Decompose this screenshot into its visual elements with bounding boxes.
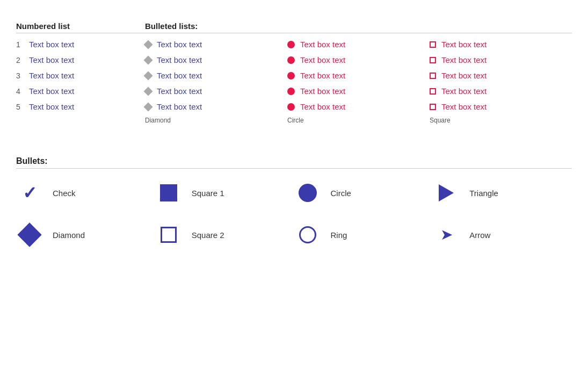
top-section: Numbered list 1Text box text 2Text box t…: [16, 21, 572, 124]
square-bullet-icon: [430, 73, 436, 79]
circle-label: Circle: [287, 117, 430, 124]
diamond-icon-wrapper: [16, 221, 43, 248]
list-item: Text box text: [145, 99, 287, 114]
bullet-item-square1: Square 1: [155, 179, 294, 206]
list-item-text: Text box text: [29, 87, 74, 96]
list-number: 2: [16, 56, 24, 64]
square-bullet-icon: [430, 88, 436, 95]
list-item: Text box text: [145, 37, 287, 52]
bulleted-lists-column: Bulleted lists: Text box text Text box t…: [145, 21, 572, 124]
numbered-list-column: Numbered list 1Text box text 2Text box t…: [16, 21, 145, 124]
square1-icon-wrapper: [155, 179, 182, 206]
list-item: 2Text box text: [16, 52, 145, 68]
circle-bullet-icon: [287, 56, 295, 64]
list-item: 3Text box text: [16, 68, 145, 83]
list-item-text: Text box text: [300, 102, 345, 111]
arrow-label: Arrow: [469, 230, 490, 240]
bottom-section: Bullets: ✓ Check Diamond: [16, 156, 572, 248]
diamond-label: Diamond: [145, 117, 287, 124]
bullet-groups: Text box text Text box text Text box tex…: [145, 37, 572, 124]
bullet-item-diamond: Diamond: [16, 221, 155, 248]
ring-icon: [299, 226, 316, 243]
list-number: 5: [16, 103, 24, 111]
list-item: Text box text: [430, 99, 572, 114]
showcase-col-4: Triangle ➤ Arrow: [433, 179, 572, 248]
circle-list: Text box text Text box text Text box tex…: [287, 37, 430, 114]
list-item-text: Text box text: [157, 87, 202, 96]
list-number: 4: [16, 87, 24, 96]
diamond-list: Text box text Text box text Text box tex…: [145, 37, 287, 114]
list-item-text: Text box text: [157, 55, 202, 64]
ring-icon-wrapper: [294, 221, 321, 248]
showcase-col-3: Circle Ring: [294, 179, 433, 248]
list-number: 3: [16, 71, 24, 80]
list-item-text: Text box text: [441, 102, 487, 111]
list-item: Text box text: [430, 52, 572, 68]
numbered-list: 1Text box text 2Text box text 3Text box …: [16, 37, 145, 114]
circle-bullet-icon: [287, 41, 295, 48]
square2-icon-wrapper: [155, 221, 182, 248]
list-item-text: Text box text: [300, 40, 345, 49]
square-group: Text box text Text box text Text box tex…: [430, 37, 572, 124]
bullet-item-square2: Square 2: [155, 221, 294, 248]
list-item-text: Text box text: [300, 55, 345, 64]
bullet-item-arrow: ➤ Arrow: [433, 221, 572, 248]
list-item: Text box text: [145, 83, 287, 99]
circle-icon: [299, 184, 317, 202]
ring-label: Ring: [331, 230, 347, 240]
triangle-label: Triangle: [469, 189, 498, 198]
circle-icon-wrapper: [294, 179, 321, 206]
list-item: Text box text: [430, 37, 572, 52]
square-bullet-icon: [430, 104, 436, 110]
list-item-text: Text box text: [157, 71, 202, 80]
list-item-text: Text box text: [29, 71, 74, 80]
diamond-group: Text box text Text box text Text box tex…: [145, 37, 287, 124]
square1-icon: [160, 184, 177, 201]
circle-label: Circle: [331, 189, 351, 198]
square1-label: Square 1: [192, 189, 224, 198]
diamond-bullet-icon: [144, 71, 153, 80]
circle-bullet-icon: [287, 72, 295, 80]
diamond-label: Diamond: [53, 230, 85, 240]
list-item-text: Text box text: [300, 87, 345, 96]
check-label: Check: [53, 189, 76, 198]
list-item: Text box text: [287, 37, 430, 52]
list-item: Text box text: [145, 52, 287, 68]
square-list: Text box text Text box text Text box tex…: [430, 37, 572, 114]
list-item-text: Text box text: [441, 55, 487, 64]
triangle-icon: [439, 184, 454, 201]
diamond-bullet-icon: [144, 55, 153, 64]
list-number: 1: [16, 40, 24, 49]
square-bullet-icon: [430, 57, 436, 63]
diamond-bullet-icon: [144, 102, 153, 111]
showcase-col-2: Square 1 Square 2: [155, 179, 294, 248]
list-item: Text box text: [287, 83, 430, 99]
square-label: Square: [430, 117, 572, 124]
bullets-heading: Bullets:: [16, 156, 572, 169]
numbered-list-heading: Numbered list: [16, 21, 145, 33]
list-item-text: Text box text: [29, 40, 74, 49]
bullet-item-check: ✓ Check: [16, 179, 155, 206]
bullet-item-triangle: Triangle: [433, 179, 572, 206]
showcase-col-1: ✓ Check Diamond: [16, 179, 155, 248]
diamond-icon: [17, 222, 41, 247]
list-item: Text box text: [287, 52, 430, 68]
bullet-item-circle: Circle: [294, 179, 433, 206]
list-item-text: Text box text: [441, 71, 487, 80]
list-item: Text box text: [145, 68, 287, 83]
circle-group: Text box text Text box text Text box tex…: [287, 37, 430, 124]
list-item-text: Text box text: [157, 40, 202, 49]
diamond-bullet-icon: [144, 40, 153, 49]
triangle-icon-wrapper: [433, 179, 460, 206]
square2-icon: [161, 227, 177, 243]
list-item: 5Text box text: [16, 99, 145, 114]
list-item: 4Text box text: [16, 83, 145, 99]
check-icon-wrapper: ✓: [16, 179, 43, 206]
list-item: Text box text: [430, 68, 572, 83]
square2-label: Square 2: [192, 230, 224, 240]
list-item-text: Text box text: [29, 55, 74, 64]
square-bullet-icon: [430, 41, 436, 48]
bulleted-lists-heading: Bulleted lists:: [145, 21, 572, 33]
list-item-text: Text box text: [300, 71, 345, 80]
list-item-text: Text box text: [29, 102, 74, 111]
